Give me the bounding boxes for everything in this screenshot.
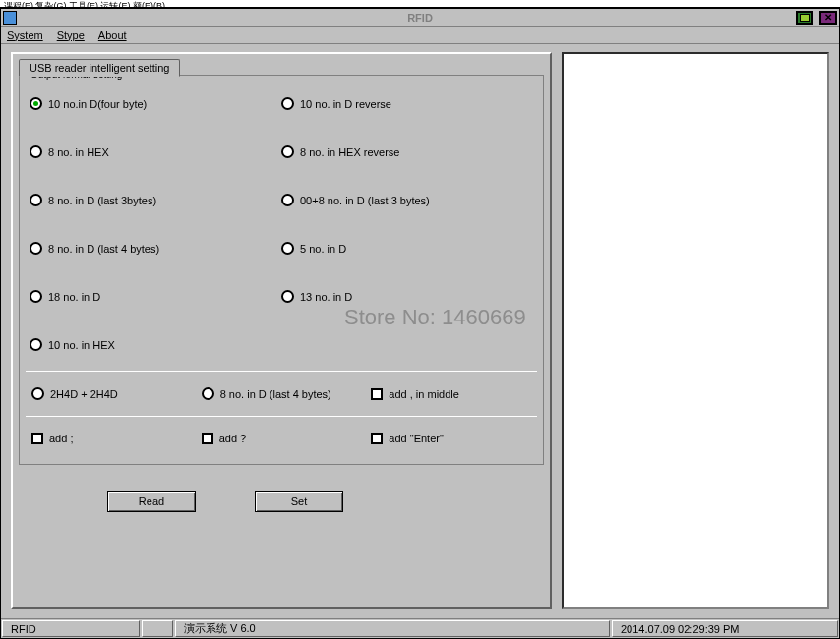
radio-icon bbox=[281, 194, 294, 206]
radio-icon bbox=[30, 290, 42, 303]
top-menubar: 课程(E) 复杂(G) 工具(E) 运转(E) 额(E)(B) bbox=[0, 0, 840, 8]
radio-label: 10 no. in D reverse bbox=[300, 98, 391, 110]
divider bbox=[26, 416, 537, 417]
main-window: RFID System Stype About USB reader intel… bbox=[0, 8, 840, 639]
check-add-semicolon[interactable]: add ; bbox=[31, 433, 192, 444]
tab-usb-reader[interactable]: USB reader intelligent setting bbox=[19, 59, 180, 77]
menubar: System Stype About bbox=[1, 27, 839, 44]
divider bbox=[26, 371, 537, 372]
status-datetime: 2014.07.09 02:29:39 PM bbox=[612, 620, 838, 637]
radio-label: 18 no. in D bbox=[48, 291, 100, 303]
checkbox-icon bbox=[202, 433, 213, 444]
radio-8hex[interactable]: 8 no. in HEX bbox=[30, 145, 281, 158]
radio-10d-four-byte[interactable]: 10 no.in D(four byte) bbox=[30, 97, 281, 110]
radio-label: 10 no. in HEX bbox=[48, 339, 115, 351]
radio-label: 5 no. in D bbox=[300, 243, 346, 255]
checkbox-icon bbox=[371, 433, 383, 444]
radio-8d-last4[interactable]: 8 no. in D (last 4 bytes) bbox=[30, 242, 281, 255]
output-format-fieldset: Output format setting 10 no.in D(four by… bbox=[19, 75, 544, 465]
radio-00-8d-last3[interactable]: 00+8 no. in D (last 3 bytes) bbox=[281, 194, 533, 206]
titlebar: RFID bbox=[1, 9, 839, 27]
radio-18d[interactable]: 18 no. in D bbox=[30, 290, 281, 303]
app-icon bbox=[3, 11, 17, 25]
menu-stype[interactable]: Stype bbox=[57, 29, 85, 41]
check-label: add , in middle bbox=[389, 388, 459, 400]
statusbar: RFID 演示系统 V 6.0 2014.07.09 02:29:39 PM bbox=[1, 618, 839, 638]
radio-icon bbox=[31, 387, 44, 400]
radio-label: 8 no. in D (last 4 bytes) bbox=[220, 388, 331, 400]
radio-icon bbox=[281, 290, 294, 303]
radio-icon bbox=[281, 242, 294, 255]
radio-icon bbox=[30, 242, 42, 255]
radio-icon bbox=[30, 338, 42, 351]
radio-label: 8 no. in D (last 3bytes) bbox=[48, 195, 156, 206]
radio-label: 10 no.in D(four byte) bbox=[48, 98, 147, 110]
radio-2h4d[interactable]: 2H4D + 2H4D bbox=[31, 387, 192, 400]
radio-10hex[interactable]: 10 no. in HEX bbox=[30, 338, 281, 351]
radio-label: 8 no. in D (last 4 bytes) bbox=[48, 243, 159, 255]
radio-10d-reverse[interactable]: 10 no. in D reverse bbox=[281, 97, 533, 110]
settings-panel: USB reader intelligent setting Output fo… bbox=[11, 52, 552, 609]
set-button[interactable]: Set bbox=[255, 491, 343, 512]
menu-system[interactable]: System bbox=[7, 29, 43, 41]
check-add-question[interactable]: add ? bbox=[202, 433, 362, 444]
radio-icon bbox=[281, 145, 294, 158]
minimize-button[interactable] bbox=[796, 11, 813, 25]
window-title: RFID bbox=[407, 12, 433, 24]
radio-13d[interactable]: 13 no. in D bbox=[281, 290, 533, 303]
radio-label: 13 no. in D bbox=[300, 291, 352, 303]
radio-icon bbox=[30, 145, 42, 158]
checkbox-icon bbox=[371, 388, 383, 400]
check-add-middle[interactable]: add , in middle bbox=[371, 388, 531, 400]
checkbox-icon bbox=[31, 433, 43, 444]
radio-8d-last4-b[interactable]: 8 no. in D (last 4 bytes) bbox=[202, 387, 362, 400]
radio-8hex-reverse[interactable]: 8 no. in HEX reverse bbox=[281, 145, 533, 158]
read-button[interactable]: Read bbox=[107, 491, 196, 512]
radio-icon bbox=[30, 97, 42, 110]
check-label: add ? bbox=[219, 433, 247, 444]
radio-label: 2H4D + 2H4D bbox=[50, 388, 118, 400]
radio-label: 8 no. in HEX bbox=[48, 146, 109, 158]
radio-label: 00+8 no. in D (last 3 bytes) bbox=[300, 195, 430, 206]
status-blank bbox=[142, 620, 173, 637]
menu-about[interactable]: About bbox=[98, 29, 127, 41]
check-add-enter[interactable]: add "Enter" bbox=[371, 433, 531, 444]
close-button[interactable] bbox=[819, 11, 837, 25]
radio-8d-last3[interactable]: 8 no. in D (last 3bytes) bbox=[30, 194, 281, 206]
output-textarea[interactable] bbox=[562, 52, 829, 609]
radio-icon bbox=[281, 97, 294, 110]
radio-5d[interactable]: 5 no. in D bbox=[281, 242, 533, 255]
radio-icon bbox=[202, 387, 214, 400]
radio-icon bbox=[30, 194, 42, 206]
radio-label: 8 no. in HEX reverse bbox=[300, 146, 400, 158]
status-version: 演示系统 V 6.0 bbox=[175, 620, 610, 637]
check-label: add "Enter" bbox=[389, 433, 444, 444]
check-label: add ; bbox=[49, 433, 73, 444]
status-app: RFID bbox=[2, 620, 140, 637]
